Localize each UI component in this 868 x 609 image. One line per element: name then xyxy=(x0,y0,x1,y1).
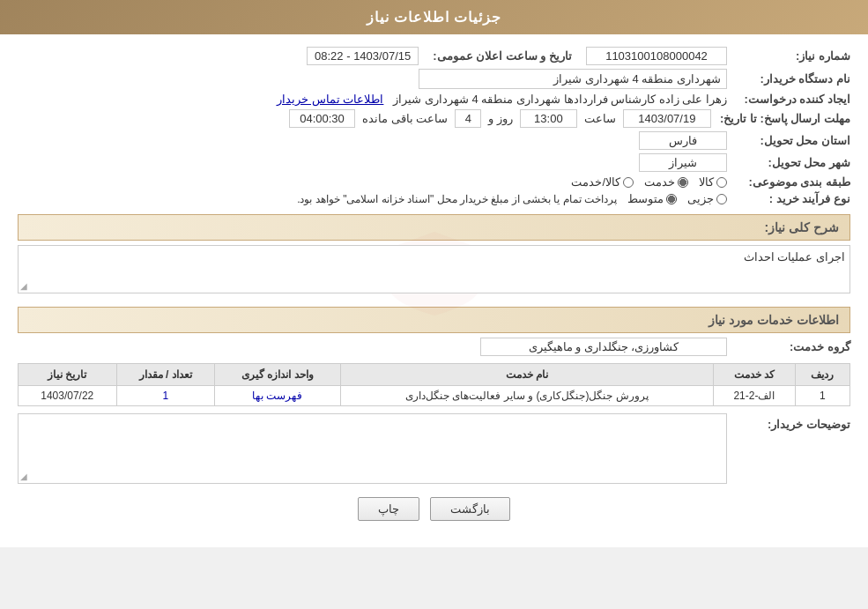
purchase-type-note: پرداخت تمام یا بخشی از مبلغ خریدار محل "… xyxy=(297,193,617,205)
need-number-label: شماره نیاز: xyxy=(727,49,850,63)
category-option-kala-khedmat[interactable]: کالا/خدمت xyxy=(571,175,634,189)
deadline-fields: 1403/07/19 ساعت 13:00 روز و 4 ساعت باقی … xyxy=(18,109,711,128)
buyer-notes-area: ◢ xyxy=(18,413,727,484)
province-row: استان محل تحویل: فارس xyxy=(18,131,850,150)
row-unit[interactable]: فهرست بها xyxy=(214,386,340,406)
table-row: 1 الف-2-21 پرورش جنگل(جنگل‌کاری) و سایر … xyxy=(19,386,850,406)
deadline-time-label: ساعت xyxy=(584,112,616,125)
deadline-remain-label: ساعت باقی مانده xyxy=(362,112,448,125)
creator-value: زهرا علی زاده کارشناس فراردادها شهرداری … xyxy=(393,93,727,106)
need-desc-value: اجرای عملیات احداث xyxy=(744,250,845,264)
need-desc-wrap: AnaFender.net اجرای عملیات احداث ◢ xyxy=(18,245,850,298)
category-label: طبقه بندی موضوعی: xyxy=(727,175,850,189)
announcement-value: 1403/07/15 - 08:22 xyxy=(307,47,419,65)
category-radio-group: کالا خدمت کالا/خدمت xyxy=(18,175,727,189)
buyer-notes-wrap: ◢ xyxy=(18,413,727,484)
category-radio-kala-khedmat[interactable] xyxy=(623,177,634,188)
col-code: کد خدمت xyxy=(714,364,796,386)
buyer-org-row: نام دستگاه خریدار: شهرداری منطقه 4 شهردا… xyxy=(18,69,850,89)
need-desc-watermark-area: AnaFender.net اجرای عملیات احداث ◢ xyxy=(18,245,850,298)
creator-row: ایجاد کننده درخواست: زهرا علی زاده کارشن… xyxy=(18,93,850,106)
buyer-notes-row: توضیحات خریدار: ◢ xyxy=(18,413,850,484)
services-table-body: 1 الف-2-21 پرورش جنگل(جنگل‌کاری) و سایر … xyxy=(19,386,850,406)
province-value: فارس xyxy=(639,131,727,150)
purchase-type-label-motavasset: متوسط xyxy=(627,192,664,205)
purchase-type-option-motavasset[interactable]: متوسط xyxy=(627,192,677,205)
print-button[interactable]: چاپ xyxy=(358,497,419,521)
page-container: جزئیات اطلاعات نیاز شماره نیاز: 11031001… xyxy=(0,0,868,547)
need-desc-label: شرح کلی نیاز: xyxy=(765,220,839,234)
need-number-row: شماره نیاز: 1103100108000042 تاریخ و ساع… xyxy=(18,47,850,65)
services-title-text: اطلاعات خدمات مورد نیاز xyxy=(708,313,839,327)
page-header: جزئیات اطلاعات نیاز xyxy=(0,0,868,34)
services-table-header-row: ردیف کد خدمت نام خدمت واحد اندازه گیری ت… xyxy=(19,364,850,386)
city-value: شیراز xyxy=(639,153,727,172)
purchase-type-label: نوع فرآیند خرید : xyxy=(727,192,850,205)
services-table-head: ردیف کد خدمت نام خدمت واحد اندازه گیری ت… xyxy=(19,364,850,386)
page-title: جزئیات اطلاعات نیاز xyxy=(367,10,502,25)
deadline-remain: 04:00:30 xyxy=(289,109,355,128)
category-option-khedmat[interactable]: خدمت xyxy=(644,175,688,189)
city-area: شیراز xyxy=(18,153,727,172)
deadline-label: مهلت ارسال پاسخ: تا تاریخ: xyxy=(711,112,850,125)
deadline-time: 13:00 xyxy=(520,109,577,128)
category-label-khedmat: خدمت xyxy=(644,175,675,189)
purchase-type-radio-motavasset[interactable] xyxy=(666,194,677,204)
row-code: الف-2-21 xyxy=(714,386,796,406)
service-group-area: کشاورزی، جنگلداری و ماهیگیری xyxy=(18,338,727,356)
creator-area: زهرا علی زاده کارشناس فراردادها شهرداری … xyxy=(18,93,727,106)
col-date: تاریخ نیاز xyxy=(19,364,117,386)
row-number: 1 xyxy=(795,386,849,406)
province-area: فارس xyxy=(18,131,727,150)
service-group-row: گروه خدمت: کشاورزی، جنگلداری و ماهیگیری xyxy=(18,338,850,356)
purchase-type-area: جزیی متوسط پرداخت تمام یا بخشی از مبلغ خ… xyxy=(18,192,727,205)
category-option-kala[interactable]: کالا xyxy=(699,175,727,189)
category-label-kala-khedmat: کالا/خدمت xyxy=(571,175,620,189)
purchase-type-label-jozei: جزیی xyxy=(687,192,714,205)
buttons-row: بازگشت چاپ xyxy=(18,497,850,521)
deadline-row: مهلت ارسال پاسخ: تا تاریخ: 1403/07/19 سا… xyxy=(18,109,850,128)
main-content: شماره نیاز: 1103100108000042 تاریخ و ساع… xyxy=(0,34,868,530)
buyer-notes-label: توضیحات خریدار: xyxy=(727,413,850,431)
category-label-kala: کالا xyxy=(699,175,714,189)
need-desc-textarea[interactable]: اجرای عملیات احداث ◢ xyxy=(18,245,850,293)
purchase-type-row: نوع فرآیند خرید : جزیی متوسط پرداخت تمام… xyxy=(18,192,850,205)
buyer-org-area: شهرداری منطقه 4 شهرداری شیراز xyxy=(18,69,727,89)
purchase-type-radio-jozei[interactable] xyxy=(716,194,727,204)
back-button[interactable]: بازگشت xyxy=(430,497,510,521)
buyer-notes-textarea[interactable]: ◢ xyxy=(18,413,727,484)
col-row: ردیف xyxy=(795,364,849,386)
city-label: شهر محل تحویل: xyxy=(727,156,850,169)
category-row: طبقه بندی موضوعی: کالا خدمت کالا/خدمت xyxy=(18,175,850,189)
category-area: کالا خدمت کالا/خدمت xyxy=(18,175,727,189)
service-group-value: کشاورزی، جنگلداری و ماهیگیری xyxy=(480,338,727,356)
services-table: ردیف کد خدمت نام خدمت واحد اندازه گیری ت… xyxy=(18,363,850,406)
purchase-type-option-jozei[interactable]: جزیی xyxy=(687,192,727,205)
resize-icon-notes: ◢ xyxy=(20,472,27,481)
deadline-date: 1403/07/19 xyxy=(623,109,711,128)
city-row: شهر محل تحویل: شیراز xyxy=(18,153,850,172)
category-radio-khedmat[interactable] xyxy=(678,177,688,188)
row-service-name: پرورش جنگل(جنگل‌کاری) و سایر فعالیت‌های … xyxy=(340,386,713,406)
resize-icon: ◢ xyxy=(20,281,27,291)
buyer-org-value: شهرداری منطقه 4 شهرداری شیراز xyxy=(419,69,727,89)
col-count: تعداد / مقدار xyxy=(116,364,214,386)
row-count: 1 xyxy=(116,386,214,406)
purchase-type-radio-group: جزیی متوسط پرداخت تمام یا بخشی از مبلغ خ… xyxy=(18,192,727,205)
contact-link[interactable]: اطلاعات تماس خریدار xyxy=(277,93,383,106)
buyer-org-label: نام دستگاه خریدار: xyxy=(727,72,850,85)
row-date: 1403/07/22 xyxy=(19,386,117,406)
col-unit: واحد اندازه گیری xyxy=(214,364,340,386)
need-number-fields: 1103100108000042 تاریخ و ساعت اعلان عموم… xyxy=(18,47,727,65)
col-name: نام خدمت xyxy=(340,364,713,386)
province-label: استان محل تحویل: xyxy=(727,134,850,147)
need-number-value: 1103100108000042 xyxy=(586,47,727,65)
creator-label: ایجاد کننده درخواست: xyxy=(727,93,850,106)
deadline-days-label: روز و xyxy=(488,112,513,125)
service-group-label: گروه خدمت: xyxy=(727,340,850,353)
category-radio-kala[interactable] xyxy=(716,177,727,188)
announcement-label: تاریخ و ساعت اعلان عمومی: xyxy=(426,49,579,63)
deadline-days: 4 xyxy=(455,109,481,128)
